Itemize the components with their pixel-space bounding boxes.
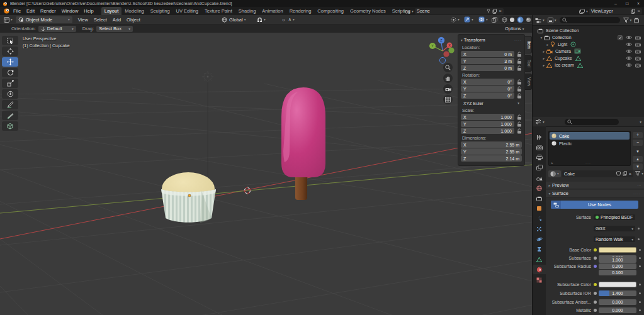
- rotation-mode-dropdown[interactable]: XYZ Euler▾: [461, 100, 522, 106]
- workspace-tab-modeling[interactable]: Modeling: [121, 7, 147, 15]
- duplicate-icon[interactable]: [623, 171, 627, 176]
- scale-y-field[interactable]: Y1.000: [461, 121, 514, 127]
- orientation-default-dropdown[interactable]: Default ▾: [38, 26, 76, 32]
- subsurface-ior-slider[interactable]: 1.400: [599, 290, 636, 296]
- drag-mode-dropdown[interactable]: Select Box ▾: [96, 26, 133, 32]
- tab-physics[interactable]: [533, 235, 546, 244]
- workspace-tab-shading[interactable]: Shading: [235, 7, 259, 15]
- disable-render-icon[interactable]: [635, 56, 641, 61]
- material-specials-dropdown[interactable]: ▾: [635, 171, 643, 176]
- rotation-x-field[interactable]: X0°: [461, 79, 514, 85]
- fake-user-shield-icon[interactable]: [616, 171, 621, 176]
- remove-view-layer-icon[interactable]: ×: [637, 8, 640, 14]
- shading-solid-icon[interactable]: [509, 17, 515, 23]
- show-gizmos-toggle[interactable]: ▾: [464, 16, 473, 23]
- options-dropdown[interactable]: Options ▾: [505, 26, 524, 31]
- disable-render-icon[interactable]: [635, 35, 641, 40]
- decorator-dot[interactable]: [638, 228, 640, 229]
- disable-render-icon[interactable]: [635, 63, 641, 68]
- workspace-tab-layout[interactable]: Layout: [101, 7, 122, 15]
- panel-menu-dots[interactable]: ⋯: [637, 183, 641, 187]
- decorator-dot[interactable]: [639, 309, 641, 311]
- properties-search-input[interactable]: [565, 119, 619, 125]
- disable-render-icon[interactable]: [635, 49, 641, 54]
- menu-render[interactable]: Render: [40, 8, 56, 14]
- hide-eye-icon[interactable]: [626, 35, 632, 40]
- browse-material-button[interactable]: ▾: [548, 170, 561, 177]
- tool-measure[interactable]: [2, 111, 18, 120]
- maximize-button[interactable]: □: [621, 0, 633, 7]
- tab-modifiers[interactable]: [533, 214, 546, 223]
- decorator-dot[interactable]: [639, 292, 641, 294]
- shading-wireframe-icon[interactable]: [502, 17, 507, 23]
- pivot-point-dropdown[interactable]: ▾: [451, 17, 460, 23]
- tab-material[interactable]: [533, 265, 546, 274]
- radius-g-field[interactable]: 0.200: [599, 263, 636, 269]
- tool-cursor[interactable]: [2, 47, 18, 56]
- tab-render[interactable]: [533, 143, 546, 152]
- tool-scale[interactable]: [2, 79, 18, 88]
- material-name-field[interactable]: Cake ×: [562, 170, 633, 177]
- cupcake-object[interactable]: [161, 172, 216, 223]
- xray-toggle-icon[interactable]: [492, 17, 497, 23]
- menu-window[interactable]: Window: [62, 8, 79, 14]
- checkbox-icon[interactable]: [618, 35, 623, 40]
- decorator-dot[interactable]: [639, 284, 641, 285]
- tool-rotate[interactable]: [2, 68, 18, 77]
- radius-r-field[interactable]: 1.000: [599, 257, 636, 263]
- lock-icon[interactable]: [517, 58, 522, 64]
- tool-add-cube[interactable]: [2, 121, 18, 131]
- workspace-tab-texture-paint[interactable]: Texture Paint: [201, 7, 235, 15]
- remove-slot-button[interactable]: −: [633, 140, 643, 146]
- tab-scene[interactable]: [533, 174, 546, 183]
- surface-panel-header[interactable]: ▾ Surface ····: [546, 190, 644, 197]
- ortho-toggle-button[interactable]: [443, 95, 453, 104]
- filter-dropdown[interactable]: ▾: [623, 18, 632, 23]
- scale-x-field[interactable]: X1.000: [461, 114, 514, 120]
- location-x-field[interactable]: X0 m: [461, 51, 514, 57]
- unlink-material-icon[interactable]: ×: [629, 171, 631, 177]
- menu-file[interactable]: File: [13, 8, 21, 14]
- move-slot-up-button[interactable]: ▴: [633, 156, 643, 162]
- resize-grip[interactable]: ···: [585, 162, 591, 165]
- workspace-tab-animation[interactable]: Animation: [259, 7, 286, 15]
- lock-icon[interactable]: [517, 86, 522, 92]
- new-scene-icon[interactable]: [492, 9, 497, 14]
- sidebar-tab-view[interactable]: View: [525, 74, 532, 90]
- proportional-editing-toggle[interactable]: ○ ∧ ▾: [282, 17, 295, 23]
- tab-texture[interactable]: [533, 275, 546, 285]
- close-button[interactable]: ×: [633, 0, 644, 7]
- decorator-dot[interactable]: [639, 257, 641, 259]
- outliner-row-collection[interactable]: ▾ Collection: [533, 34, 644, 41]
- disclosure-icon[interactable]: ▾: [539, 36, 544, 40]
- lock-icon[interactable]: [517, 65, 522, 71]
- dimensions-x-field[interactable]: X2.55 m: [461, 141, 522, 148]
- scene-selector[interactable]: ▾ Scene ×: [405, 8, 504, 14]
- add-menu[interactable]: Add: [113, 17, 121, 23]
- panel-drag-dots[interactable]: ····: [514, 38, 522, 42]
- pan-button[interactable]: [443, 74, 453, 83]
- scale-z-field[interactable]: Z1.000: [461, 128, 514, 134]
- transform-panel-title[interactable]: Transform: [464, 37, 485, 43]
- radius-b-field[interactable]: 0.100: [599, 270, 636, 275]
- lock-icon[interactable]: [517, 52, 522, 57]
- view-layer-selector[interactable]: ▾ ViewLayer ×: [579, 8, 642, 14]
- lock-icon[interactable]: [517, 121, 522, 127]
- show-overlays-toggle[interactable]: ▾: [478, 16, 488, 23]
- lock-icon[interactable]: [517, 128, 522, 134]
- disclosure-icon[interactable]: ▸: [541, 57, 546, 60]
- material-slot-cake[interactable]: Cake: [550, 132, 630, 140]
- hide-eye-icon[interactable]: [626, 49, 632, 53]
- outliner-search-input[interactable]: [560, 17, 620, 23]
- outliner-row-cupcake[interactable]: ▸ Cupcake: [533, 55, 644, 62]
- material-slot-plastic[interactable]: Plastic: [550, 140, 630, 147]
- tab-world[interactable]: [533, 184, 546, 193]
- workspace-tab-sculpting[interactable]: Sculpting: [147, 7, 173, 15]
- view-menu[interactable]: View: [78, 17, 88, 23]
- disclosure-icon[interactable]: ▸: [551, 161, 553, 165]
- tab-output[interactable]: [533, 153, 546, 162]
- display-mode-icon[interactable]: [548, 18, 553, 23]
- camera-view-button[interactable]: [443, 84, 453, 94]
- zoom-button[interactable]: [443, 63, 453, 72]
- workspace-tab-geometry-nodes[interactable]: Geometry Nodes: [347, 7, 389, 15]
